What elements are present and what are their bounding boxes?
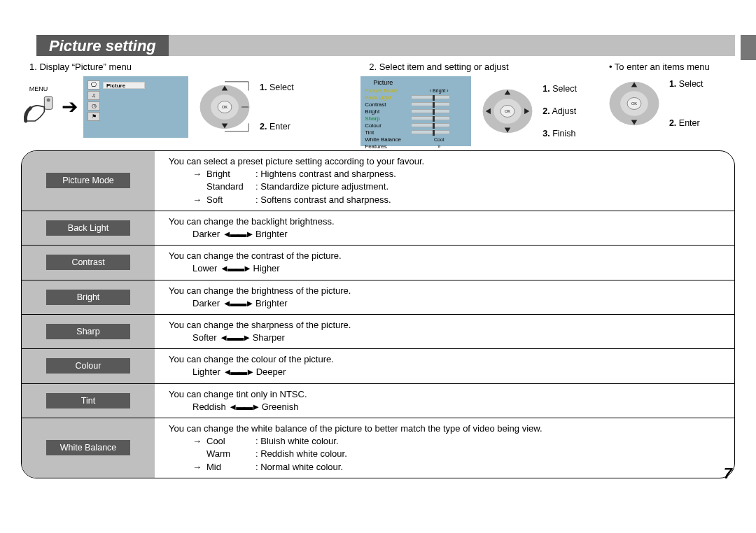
table-row: Back LightYou can change the backlight b… — [22, 211, 734, 245]
preview-setting-row: Features» — [365, 143, 467, 150]
setup-tab-icon: ⚑ — [88, 112, 100, 121]
setting-option: →Mid: Normal white colour. — [192, 461, 720, 474]
dpad-icon: OK — [603, 76, 665, 131]
svg-text:OK: OK — [631, 101, 637, 106]
dpad-icon: OK — [477, 84, 538, 138]
tv2-title: Picture — [365, 79, 467, 86]
svg-text:OK: OK — [222, 105, 227, 109]
setting-name-chip: Contrast — [46, 255, 130, 270]
setting-name-chip: Colour — [46, 358, 130, 374]
svg-point-1 — [47, 98, 50, 101]
preview-setting-row: White BalanceCool — [365, 136, 467, 143]
table-row: TintYou can change tint only in NTSC.Red… — [22, 383, 734, 418]
press-hand-icon — [21, 94, 56, 127]
picture-tab-icon: 🖵 — [88, 80, 100, 90]
step2-label: 2. Select item and setting or adjust — [369, 62, 596, 72]
setting-scale: Darker ◄▬▬► Brighter — [192, 297, 720, 310]
table-row: White BalanceYou can change the white ba… — [22, 418, 734, 478]
steps-row: 1. Display “Picture” menu MENU ➔ 🖵Pictur… — [21, 62, 735, 146]
setting-description: You can change the sharpness of the pict… — [155, 315, 734, 348]
arrow-right-icon: ➔ — [62, 97, 78, 117]
table-row: ColourYou can change the colour of the p… — [22, 348, 734, 383]
preview-setting-row: Sharp — [365, 115, 467, 122]
setting-option: →Cool: Bluish white colour. — [192, 435, 720, 448]
setting-description: You can select a preset picture setting … — [155, 151, 734, 211]
setting-description: You can change the white balance of the … — [155, 418, 734, 478]
dpad-3: OK 1. Select 2. Enter — [603, 76, 704, 131]
preview-setting-row: Bright — [365, 108, 467, 115]
title-bar: Picture setting — [21, 35, 735, 56]
setting-description: You can change the colour of the picture… — [155, 349, 734, 383]
setting-name-chip: White Balance — [46, 440, 130, 455]
setting-description: You can change tint only in NTSC.Reddish… — [155, 384, 734, 418]
preview-setting-row: Contrast — [365, 101, 467, 108]
setting-description: You can change the contrast of the pictu… — [155, 246, 734, 279]
setting-name-chip: Picture Mode — [46, 173, 130, 188]
dpad-2: OK 1. Select 2. Adjust 3. Finish — [477, 84, 577, 138]
table-row: ContrastYou can change the contrast of t… — [22, 245, 734, 279]
setting-option: Standard: Standardize picture adjustment… — [192, 180, 720, 193]
preview-setting-row: Colour — [365, 122, 467, 129]
setting-option: Warm: Reddish white colour. — [192, 448, 720, 460]
setting-name-chip: Tint — [46, 393, 130, 408]
picture-menu-preview: 🖵Picture ♫ ◷ ⚑ — [83, 76, 188, 138]
setting-scale: Reddish ◄▬▬► Greenish — [192, 401, 720, 413]
table-row: BrightYou can change the brightness of t… — [22, 280, 734, 314]
setting-scale: Darker ◄▬▬► Brighter — [192, 228, 720, 241]
svg-text:OK: OK — [505, 109, 510, 113]
setting-name-chip: Sharp — [46, 324, 130, 339]
setting-scale: Lighter ◄▬▬► Deeper — [192, 366, 720, 378]
setting-option: →Soft: Softens contrast and sharpness. — [192, 194, 720, 206]
setting-scale: Softer ◄▬▬► Sharper — [192, 332, 720, 344]
dpad-icon: OK — [194, 80, 255, 134]
audio-tab-icon: ♫ — [88, 91, 100, 100]
table-row: SharpYou can change the sharpness of the… — [22, 314, 734, 348]
timer-tab-icon: ◷ — [88, 101, 100, 111]
edge-tab — [741, 35, 756, 60]
page-title: Picture setting — [36, 35, 169, 56]
preview-setting-row: Back Light — [365, 94, 467, 101]
setting-name-chip: Back Light — [46, 220, 130, 236]
preview-setting-row: Picture Mode‹ Bright › — [365, 87, 467, 94]
picture-settings-preview: Picture Picture Mode‹ Bright ›Back Light… — [360, 76, 471, 146]
setting-description: You can change the backlight brightness.… — [155, 211, 734, 245]
menu-label: MENU — [21, 85, 56, 92]
setting-name-chip: Bright — [46, 290, 130, 305]
step1-label: 1. Display “Picture” menu — [29, 62, 354, 72]
setting-option: →Bright: Hightens contrast and sharpness… — [192, 168, 720, 180]
settings-table: Picture ModeYou can select a preset pict… — [21, 150, 735, 478]
dpad-1: OK 1. Select 2. Enter — [194, 80, 294, 134]
step3-note: • To enter an items menu — [609, 62, 735, 72]
setting-description: You can change the brightness of the pic… — [155, 280, 734, 314]
table-row: Picture ModeYou can select a preset pict… — [22, 151, 734, 211]
page-number: 7 — [724, 464, 732, 483]
picture-menu-title: Picture — [103, 82, 145, 89]
preview-setting-row: Tint — [365, 129, 467, 136]
setting-scale: Lower ◄▬▬► Higher — [192, 262, 720, 275]
